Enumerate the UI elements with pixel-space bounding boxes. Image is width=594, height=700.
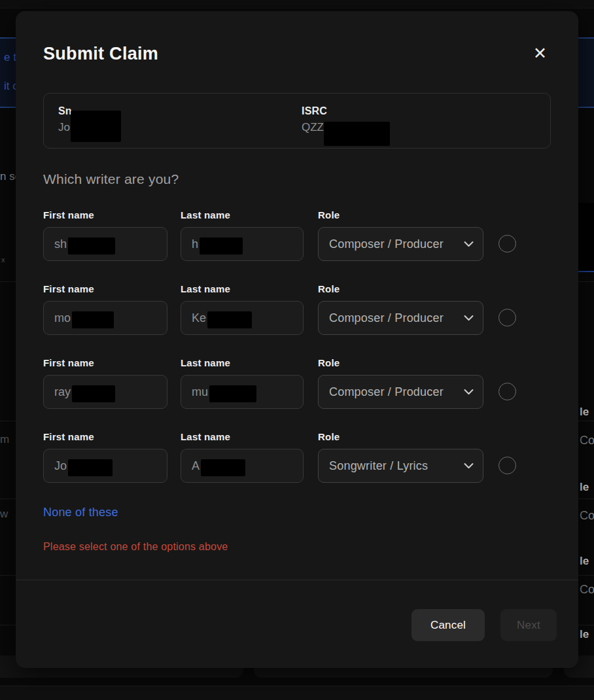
first-name-field[interactable]: Jo [43,449,167,483]
next-button[interactable]: Next [500,609,557,641]
last-name-value: h [192,237,198,251]
background-text-fragment: w [0,508,8,521]
role-select[interactable]: Composer / Producer [318,375,483,409]
writer-radio-button[interactable] [498,309,516,326]
background-role-value-fragment: Co [580,583,594,597]
first-name-label: First name [43,431,167,444]
first-name-value: ray [54,385,71,399]
last-name-field[interactable]: h [181,227,304,261]
cancel-button[interactable]: Cancel [411,609,485,641]
first-name-value: Jo [54,459,67,473]
first-name-label: First name [43,283,167,296]
writer-list: First name sh Last name h Role Composer … [43,209,551,483]
redaction-box [201,459,245,476]
role-select[interactable]: Composer / Producer [318,227,483,261]
background-topbar [0,0,594,9]
last-name-label: Last name [181,283,304,296]
redaction-box [72,385,115,402]
writer-row: First name sh Last name h Role Composer … [43,209,551,261]
last-name-field[interactable]: mu [181,375,304,409]
submit-claim-modal: Submit Claim ✕ Sn Jo ISRC QZZ Which writ… [16,11,578,668]
writer-row: First name ray Last name mu Role Compose… [43,357,551,409]
last-name-value: Ke [192,311,206,325]
redaction-box [71,111,121,142]
last-name-label: Last name [181,357,304,370]
redaction-box [200,237,243,254]
last-name-label: Last name [181,431,304,444]
last-name-field[interactable]: Ke [181,301,304,335]
validation-error-message: Please select one of the options above [43,540,551,553]
chevron-down-icon [464,315,474,321]
modal-title: Submit Claim [43,44,158,63]
role-label: Role [318,357,483,370]
background-role-value-fragment: Co [580,434,594,447]
writer-radio-button[interactable] [498,383,516,400]
first-name-label: First name [43,357,167,370]
last-name-field[interactable]: A [181,449,304,483]
writer-row: First name mo Last name Ke Role Composer… [43,283,551,335]
role-label: Role [318,209,483,222]
writer-radio-button[interactable] [498,457,516,474]
redaction-box [68,459,113,476]
background-role-label-fragment: le [580,406,589,419]
first-name-field[interactable]: sh [43,227,167,261]
last-name-value: mu [192,385,208,399]
role-label: Role [318,283,483,296]
background-footer-bar [0,686,594,700]
role-selected-value: Composer / Producer [329,311,444,325]
chevron-down-icon [464,241,474,247]
first-name-value: mo [54,311,71,325]
background-role-label-fragment: le [580,481,589,494]
writer-row: First name Jo Last name A Role Songwrite… [43,431,551,483]
none-of-these-link[interactable]: None of these [43,505,118,519]
first-name-field[interactable]: mo [43,301,167,335]
track-info-box: Sn Jo ISRC QZZ [43,93,551,149]
role-select[interactable]: Songwriter / Lyrics [318,449,483,483]
role-selected-value: Songwriter / Lyrics [329,459,428,473]
last-name-label: Last name [181,209,304,222]
role-selected-value: Composer / Producer [329,385,444,399]
background-role-label-fragment: le [580,555,589,568]
redaction-box [68,237,115,254]
last-name-value: A [192,459,200,473]
background-role-value-fragment: Co [580,509,594,523]
first-name-label: First name [43,209,167,222]
modal-header: Submit Claim ✕ [16,11,578,63]
first-name-value: sh [54,237,67,251]
redaction-box [209,385,256,402]
background-text-fragment: x [1,256,5,264]
chevron-down-icon [464,463,474,469]
isrc-label: ISRC [302,105,327,117]
close-icon[interactable]: ✕ [533,45,547,61]
role-selected-value: Composer / Producer [329,237,444,251]
modal-footer: Cancel Next [16,580,578,641]
background-role-label-fragment: le [580,628,589,641]
question-heading: Which writer are you? [43,171,551,187]
role-select[interactable]: Composer / Producer [318,301,483,335]
first-name-field[interactable]: ray [43,375,167,409]
redaction-box [207,311,252,328]
writer-radio-button[interactable] [498,235,516,253]
background-text-fragment: m [0,433,9,446]
chevron-down-icon [464,389,474,395]
redaction-box [324,122,390,146]
redaction-box [72,311,114,328]
role-label: Role [318,431,483,444]
